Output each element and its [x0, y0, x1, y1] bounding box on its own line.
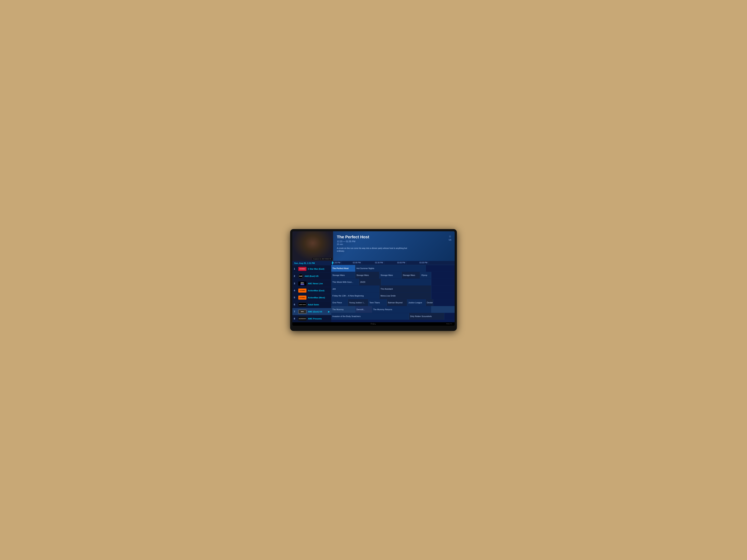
channel-logo: amc	[298, 310, 306, 314]
channel-number: 8	[294, 317, 297, 320]
program-row: Jett The Assistant	[331, 286, 455, 292]
time-indicator	[332, 261, 333, 265]
program-row: The Mummy Demolit... The Mummy Returns	[331, 306, 455, 313]
show-description: A crook on the run cons his way into a d…	[337, 247, 415, 252]
show-time: 12:23 — 01:55 PM	[337, 240, 451, 243]
channel-name: ActionMax (East)	[308, 289, 330, 292]
snowpiercer-badge: Snowpiercer ALL NEW TONIGHT 9P	[312, 258, 332, 260]
channel-logo: AMC|PRESENTS	[298, 317, 306, 321]
channel-name: Adult Swim	[308, 303, 330, 306]
time-slot-5: 03:30 PM	[418, 261, 429, 264]
time-slot-2: 02:00 PM	[352, 261, 362, 264]
program-cell[interactable]: 20/20	[359, 279, 381, 285]
program-cell[interactable]: Hot Summer Nights	[355, 265, 426, 272]
program-cell[interactable]: Storage Wars	[355, 272, 380, 278]
channel-name: A&E (East) US	[305, 275, 330, 277]
program-cell[interactable]: Young Justice: I...	[348, 299, 368, 306]
guide-section: Sun, Aug 25, 1:31 PM 1 5STARMAX 5 Star M…	[292, 261, 455, 322]
program-cell[interactable]: Friday the 13th – A New Beginning	[331, 292, 380, 299]
program-cell[interactable]: Jett	[331, 286, 380, 292]
channel-logo: abc NEWS	[298, 282, 306, 286]
channel-number: 3	[294, 282, 297, 285]
channel-logo: ACTIONMAX	[298, 289, 306, 293]
channel-row[interactable]: 8 AMC|PRESENTS AMC Presents	[292, 315, 331, 322]
channel-name: 5 Star Max (East)	[308, 268, 330, 270]
channel-row[interactable]: 5 ACTIONMAX ActionMax (West)	[292, 294, 331, 301]
star-icon[interactable]: ☆	[449, 235, 451, 238]
channel-row[interactable]: 1 5STARMAX 5 Star Max (East)	[292, 265, 331, 272]
program-cell[interactable]: The Mummy	[331, 306, 355, 313]
program-row: Friday the 13th – A New Beginning Mona L…	[331, 292, 455, 299]
rating-label: US	[449, 239, 451, 241]
program-cell[interactable]: Demolit...	[355, 306, 372, 313]
program-rows: The Perfect Host Hot Summer Nights Stora…	[331, 265, 455, 320]
program-cell[interactable]	[381, 279, 431, 285]
time-slot-3: 02:30 PM	[374, 261, 384, 264]
preview-thumbnail: Snowpiercer ALL NEW TONIGHT 9P	[292, 231, 333, 261]
channel-row[interactable]: 6 [adult swim] Adult Swim	[292, 301, 331, 308]
program-cell[interactable]: Justice League	[407, 299, 426, 306]
channel-name: AMC Presents	[308, 318, 330, 320]
tv-set: Snowpiercer ALL NEW TONIGHT 9P The Perfe…	[290, 229, 457, 331]
channel-row[interactable]: 7 amc AMC (East) US ▶	[292, 308, 331, 315]
channel-number: 5	[294, 296, 297, 299]
channel-number: 2	[294, 275, 297, 277]
channel-row[interactable]: 2 A&E A&E (East) US	[292, 272, 331, 280]
program-row: One Piece Young Justice: I... Teen Titan…	[331, 299, 455, 306]
program-cell[interactable]: Mona Lisa Smile	[380, 292, 431, 299]
time-header: 01:30 PM 02:00 PM 02:30 PM 03:00 PM 03:3…	[331, 261, 455, 265]
program-cell[interactable]: Olymp	[420, 272, 431, 278]
program-row: Storage Wars Storage Wars Storage Wars S…	[331, 272, 455, 279]
time-slot-4: 03:00 PM	[396, 261, 407, 264]
program-cell[interactable]: Storage Wars	[331, 272, 355, 278]
program-cell[interactable]: Storage Wars	[402, 272, 420, 278]
channel-name: ActionMax (West)	[308, 296, 330, 299]
program-cell[interactable]: Batman Beyond	[387, 299, 407, 306]
channel-logo: ACTIONMAX	[298, 296, 306, 300]
channel-number: 6	[294, 303, 297, 306]
program-row: Invasion of the Body Snatchers Dirty Rot…	[331, 313, 455, 320]
channel-list: Sun, Aug 25, 1:31 PM 1 5STARMAX 5 Star M…	[292, 261, 331, 322]
show-duration: 25 min	[337, 243, 451, 245]
time-dot	[332, 262, 333, 264]
channel-row[interactable]: 4 ACTIONMAX ActionMax (East)	[292, 287, 331, 294]
top-section: Snowpiercer ALL NEW TONIGHT 9P The Perfe…	[292, 231, 455, 261]
channel-logo: 5STARMAX	[298, 267, 306, 271]
show-info: The Perfect Host 12:23 — 01:55 PM 25 min…	[333, 231, 455, 261]
program-row: This Week With Geor... 20/20	[331, 279, 455, 286]
channel-logo: A&E	[298, 274, 303, 278]
roku-brand: Roku TV	[446, 323, 452, 325]
program-cell[interactable]: Invasion of the Body Snatchers	[331, 313, 409, 320]
channel-number: 7	[294, 310, 297, 313]
program-cell[interactable]: The Perfect Host	[331, 265, 355, 272]
program-grid: 01:30 PM 02:00 PM 02:30 PM 03:00 PM 03:3…	[331, 261, 455, 322]
tv-screen: Snowpiercer ALL NEW TONIGHT 9P The Perfe…	[292, 231, 455, 326]
channel-number: 4	[294, 289, 297, 292]
channel-name: AMC (East) US	[308, 311, 327, 313]
program-cell[interactable]: Teen Titans	[368, 299, 387, 306]
channel-logo: [adult swim]	[298, 302, 306, 307]
channel-arrow-icon: ▶	[328, 310, 330, 313]
show-title: The Perfect Host	[337, 235, 451, 239]
program-cell[interactable]: Storage Wars	[380, 272, 402, 278]
program-cell[interactable]: One Piece	[331, 299, 348, 306]
channel-name: ABC News Live	[308, 283, 330, 285]
program-cell[interactable]: The Assistant	[380, 286, 431, 292]
program-cell[interactable]: Dexter	[426, 299, 433, 306]
channel-row[interactable]: 3 abc NEWS ABC News Live	[292, 280, 331, 287]
tcl-brand: TCL	[292, 322, 455, 326]
show-rating: ☆ US	[449, 235, 451, 241]
program-cell[interactable]: Dirty Rotten Scoundrels	[409, 313, 444, 320]
program-cell[interactable]: The Mummy Returns	[372, 306, 431, 313]
preview-image	[292, 231, 333, 261]
program-row: The Perfect Host Hot Summer Nights	[331, 265, 455, 272]
date-header: Sun, Aug 25, 1:31 PM	[292, 261, 331, 265]
channel-number: 1	[294, 268, 297, 270]
program-cell[interactable]: This Week With Geor...	[331, 279, 359, 285]
